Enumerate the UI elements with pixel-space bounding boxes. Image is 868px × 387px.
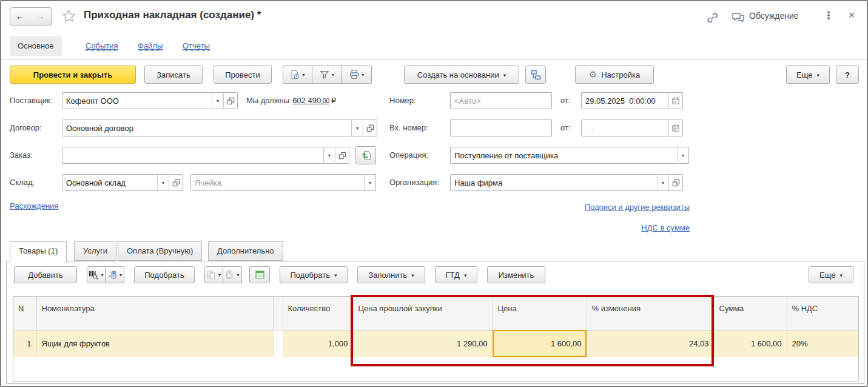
organization-dropdown-button[interactable]: [657, 174, 669, 191]
incoming-date-input[interactable]: [581, 119, 669, 136]
structure-icon: [531, 70, 541, 80]
col-last-price[interactable]: Цена прошлой закупки: [353, 297, 493, 330]
barcode-scan-button[interactable]: [87, 266, 106, 283]
number-input[interactable]: [450, 92, 552, 109]
col-qty[interactable]: Количество: [283, 297, 353, 330]
open-icon: [227, 97, 235, 105]
tabs-separator: [1, 59, 867, 60]
cell-n[interactable]: 1: [13, 330, 36, 357]
cell-item[interactable]: Ящик для фруктов: [36, 330, 273, 357]
cell-sum[interactable]: 1 600,00: [714, 330, 787, 357]
warehouse-open-button[interactable]: [169, 174, 183, 191]
cell-qty[interactable]: 1,000: [283, 330, 353, 357]
fill-from-order-button[interactable]: [355, 146, 376, 164]
back-button[interactable]: ←: [10, 7, 31, 25]
supplier-dropdown-button[interactable]: [212, 92, 224, 109]
col-item[interactable]: Номенклатура: [36, 297, 273, 330]
kebab-menu-icon[interactable]: ⋮: [823, 9, 835, 22]
currency-sign: ₽: [331, 96, 336, 105]
discussion-icon[interactable]: [732, 12, 745, 24]
forward-button[interactable]: →: [30, 7, 52, 25]
contract-dropdown-button[interactable]: [351, 119, 363, 136]
edit-row-button[interactable]: Изменить: [487, 266, 545, 283]
table-row[interactable]: 1 Ящик для фруктов 1,000 1 290,00 1 600,…: [13, 330, 858, 357]
contract-open-button[interactable]: [363, 119, 377, 136]
copy-rows-button[interactable]: [204, 266, 223, 283]
filter-button[interactable]: [312, 66, 342, 84]
data-terminal-button[interactable]: [106, 266, 124, 283]
cell-change[interactable]: 24,03: [587, 330, 714, 357]
col-change[interactable]: % изменения: [587, 297, 714, 330]
col-vat[interactable]: % НДС: [787, 297, 858, 330]
more-button[interactable]: Еще: [786, 66, 830, 84]
add-row-button[interactable]: Добавить: [14, 266, 77, 283]
tab-files[interactable]: Файлы: [130, 36, 170, 56]
cell-vat[interactable]: 20%: [787, 330, 858, 357]
date-input[interactable]: [581, 92, 669, 109]
create-based-on-button[interactable]: Создать на основании: [404, 66, 519, 84]
clipboard-buttons: [204, 266, 242, 283]
order-open-button[interactable]: [335, 147, 349, 164]
supplier-input[interactable]: [62, 92, 212, 109]
tab-events[interactable]: События: [78, 36, 126, 56]
table-more-button[interactable]: Еще: [809, 266, 853, 283]
warehouse-dropdown-button[interactable]: [157, 174, 169, 191]
barcode-buttons: [87, 266, 124, 283]
print-button[interactable]: [342, 66, 372, 84]
col-n[interactable]: N: [13, 297, 36, 330]
date-label: от:: [560, 92, 571, 109]
debt-amount-link[interactable]: 602 490,00: [292, 96, 329, 105]
warehouse-label: Склад:: [10, 174, 35, 191]
number-field: [450, 92, 552, 109]
tab-services[interactable]: Услуги: [74, 241, 116, 261]
order-dropdown-button[interactable]: [323, 147, 335, 164]
order-input[interactable]: [62, 147, 324, 164]
save-button[interactable]: Записать: [144, 66, 203, 84]
get-link-icon[interactable]: [706, 12, 719, 24]
post-and-close-button[interactable]: Провести и закрыть: [10, 66, 136, 84]
organization-open-button[interactable]: [668, 174, 683, 191]
tab-payment[interactable]: Оплата (Вручную): [118, 241, 202, 261]
cell-input[interactable]: [190, 174, 365, 191]
operation-input[interactable]: [450, 147, 678, 164]
posting-register-button[interactable]: [283, 66, 312, 84]
col-price[interactable]: Цена: [493, 297, 587, 330]
pick-menu-button[interactable]: Подобрать: [280, 266, 348, 283]
contract-input[interactable]: [62, 119, 352, 136]
cell-price-selected[interactable]: 1 600,00: [493, 330, 587, 357]
related-documents-button[interactable]: [525, 66, 546, 84]
cell-last-price[interactable]: 1 290,00: [353, 330, 493, 357]
incoming-date-calendar-button[interactable]: [668, 119, 683, 136]
incoming-number-input[interactable]: [450, 119, 552, 136]
warehouse-input[interactable]: [62, 174, 158, 191]
cell-dropdown-button[interactable]: [364, 174, 376, 191]
supplier-open-button[interactable]: [223, 92, 238, 109]
fill-menu-button[interactable]: Заполнить: [357, 266, 425, 283]
settings-button[interactable]: ⚙ Настройка: [575, 66, 654, 84]
gtd-menu-button[interactable]: ГТД: [435, 266, 477, 283]
paste-rows-button[interactable]: [223, 266, 242, 283]
post-button[interactable]: Провести: [214, 66, 272, 84]
vat-mode-link[interactable]: НДС в сумме: [641, 223, 690, 232]
page-title: Приходная накладная (создание) *: [84, 9, 261, 21]
discrepancies-link[interactable]: Расхождения: [10, 201, 58, 210]
close-icon[interactable]: ×: [844, 8, 859, 22]
col-sum[interactable]: Сумма: [714, 297, 787, 330]
date-calendar-button[interactable]: [668, 92, 683, 109]
operation-dropdown-button[interactable]: [677, 147, 689, 164]
tab-reports[interactable]: Отчеты: [175, 36, 218, 56]
operation-field: [450, 147, 689, 164]
favorite-star-icon[interactable]: [62, 9, 76, 23]
table-settings-button[interactable]: [249, 266, 270, 283]
discussion-label[interactable]: Обсуждение: [749, 11, 799, 21]
tab-additional[interactable]: Дополнительно: [208, 241, 283, 261]
pick-button[interactable]: Подобрать: [134, 266, 195, 283]
col-spacer: [273, 297, 283, 330]
contract-field: [62, 119, 377, 136]
tab-main[interactable]: Основное: [10, 36, 62, 56]
tab-goods[interactable]: Товары (1): [10, 241, 67, 262]
help-button[interactable]: ?: [836, 66, 859, 84]
organization-input[interactable]: [450, 174, 658, 191]
document-window: ← → Приходная накладная (создание) * Обс…: [0, 0, 868, 387]
signatures-link[interactable]: Подписи и другие реквизиты: [585, 203, 690, 212]
